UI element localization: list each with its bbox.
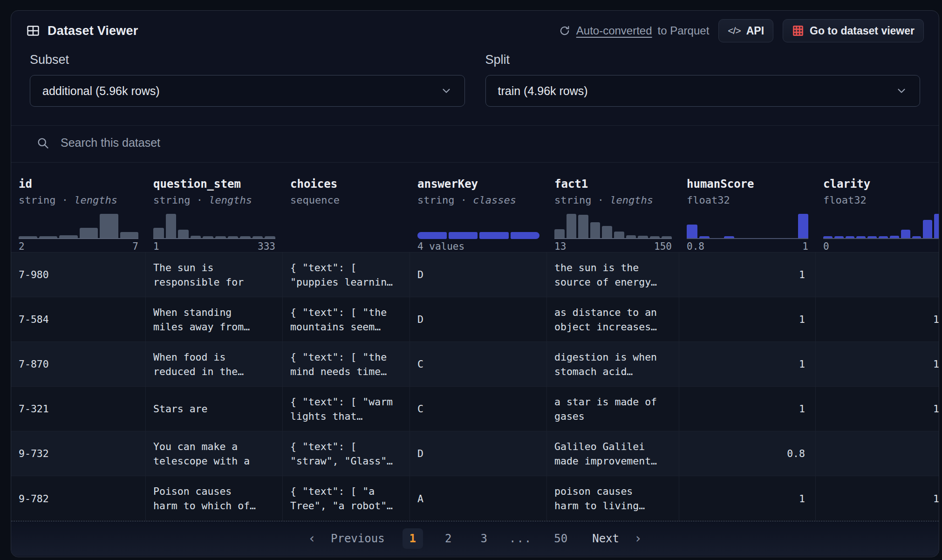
cell-human-score: 1 xyxy=(679,253,816,297)
cell-human-score: 0.8 xyxy=(679,431,816,476)
cell-human-score: 1 xyxy=(679,342,816,386)
cell-question-stem: Stars are xyxy=(146,387,283,431)
cell-question-stem: When food is reduced in the… xyxy=(146,342,283,386)
table-row: 7-584 When standing miles away from… { "… xyxy=(11,297,939,342)
cell-fact1: Galileo Galilei made improvement… xyxy=(547,431,679,476)
cell-choices: { "text": [ "a Tree", "a robot"… xyxy=(283,476,410,521)
histogram-clarity xyxy=(823,214,939,239)
histogram-question-stem xyxy=(153,214,275,239)
search-row xyxy=(11,125,939,162)
cell-clarity xyxy=(816,431,939,476)
cell-choices: { "text": [ "straw", "Glass"… xyxy=(283,431,410,476)
cell-question-stem: Poison causes harm to which of… xyxy=(146,476,283,521)
column-header-clarity: clarity float32 0 xyxy=(816,163,939,252)
search-input[interactable] xyxy=(61,136,387,150)
cell-fact1: the sun is the source of energy… xyxy=(547,253,679,297)
red-grid-icon xyxy=(792,25,804,37)
cell-id: 7-870 xyxy=(11,342,146,386)
parquet-text: to Parquet xyxy=(658,24,710,37)
table-header-row: id string · lengths 27 question_stem str… xyxy=(11,163,939,253)
cell-choices: { "text": [ "warm lights that… xyxy=(283,387,410,431)
page-number-50[interactable]: 50 xyxy=(547,528,574,549)
cell-human-score: 1 xyxy=(679,297,816,341)
cell-answer-key: A xyxy=(410,476,547,521)
cell-question-stem: When standing miles away from… xyxy=(146,297,283,341)
cell-fact1: a star is made of gases xyxy=(547,387,679,431)
histogram-max: 333 xyxy=(258,241,275,252)
histogram-max: 1 xyxy=(802,241,808,252)
cell-clarity: 1. xyxy=(816,476,939,521)
page-number-3[interactable]: 3 xyxy=(473,528,494,549)
class-count: 4 values xyxy=(417,241,464,252)
split-select-value: train (4.96k rows) xyxy=(498,84,588,98)
cell-id: 7-321 xyxy=(11,387,146,431)
cell-fact1: as distance to an object increases… xyxy=(547,297,679,341)
histogram-id xyxy=(19,214,138,239)
histogram-min: 0 xyxy=(823,241,829,252)
histogram-empty xyxy=(290,214,403,239)
cell-question-stem: You can make a telescope with a xyxy=(146,431,283,476)
cell-id: 9-782 xyxy=(11,476,146,521)
cell-id: 7-980 xyxy=(11,253,146,297)
table-row: 9-732 You can make a telescope with a { … xyxy=(11,431,939,476)
previous-button[interactable]: Previous xyxy=(325,528,390,549)
next-button[interactable]: Next xyxy=(587,528,625,549)
table-row: 9-782 Poison causes harm to which of… { … xyxy=(11,476,939,521)
previous-chevron-icon: ‹ xyxy=(308,533,316,544)
card-header: Dataset Viewer Auto-converted to Parquet… xyxy=(11,11,939,46)
cell-answer-key: D xyxy=(410,253,547,297)
subset-label: Subset xyxy=(30,53,465,67)
table-row: 7-321 Stars are { "text": [ "warm lights… xyxy=(11,387,939,431)
histogram-min: 2 xyxy=(19,241,25,252)
cell-clarity: 1. xyxy=(816,297,939,341)
table-row: 7-870 When food is reduced in the… { "te… xyxy=(11,342,939,387)
cell-fact1: poison causes harm to living… xyxy=(547,476,679,521)
chevron-down-icon xyxy=(895,85,908,97)
split-select[interactable]: train (4.96k rows) xyxy=(485,75,921,107)
histogram-min: 1 xyxy=(153,241,159,252)
cell-id: 7-584 xyxy=(11,297,146,341)
api-button[interactable]: </> API xyxy=(718,19,773,42)
cell-human-score: 1 xyxy=(679,476,816,521)
histogram-fact1 xyxy=(554,214,672,239)
column-header-question-stem: question_stem string · lengths 1333 xyxy=(146,163,283,252)
auto-converted-link[interactable]: Auto-converted xyxy=(576,24,652,37)
refresh-icon xyxy=(559,25,571,37)
column-header-human-score: humanScore float32 0.81 xyxy=(679,163,816,252)
cell-answer-key: D xyxy=(410,431,547,476)
table-grid-icon xyxy=(26,24,40,38)
column-header-id: id string · lengths 27 xyxy=(11,163,146,252)
table-row: 7-980 The sun is responsible for { "text… xyxy=(11,253,939,297)
dataset-viewer-card: Dataset Viewer Auto-converted to Parquet… xyxy=(11,10,939,557)
chevron-down-icon xyxy=(440,85,452,97)
search-icon xyxy=(36,137,49,150)
cell-choices: { "text": [ "the mountains seem… xyxy=(283,297,410,341)
go-to-dataset-viewer-button[interactable]: Go to dataset viewer xyxy=(783,19,924,42)
next-chevron-icon: › xyxy=(634,533,642,544)
page-number-1[interactable]: 1 xyxy=(403,528,423,549)
cell-clarity: 1. xyxy=(816,387,939,431)
subset-select[interactable]: additional (5.96k rows) xyxy=(30,75,465,107)
pagination: ‹ Previous 1 2 3 ... 50 Next › xyxy=(11,521,939,556)
histogram-max: 150 xyxy=(654,241,672,252)
cell-choices: { "text": [ "the mind needs time… xyxy=(283,342,410,386)
selectors-row: Subset additional (5.96k rows) Split tra… xyxy=(11,53,939,107)
page-number-2[interactable]: 2 xyxy=(438,528,458,549)
dataset-table: id string · lengths 27 question_stem str… xyxy=(11,162,939,521)
class-bar xyxy=(417,214,539,239)
histogram-min: 13 xyxy=(554,241,566,252)
split-label: Split xyxy=(485,53,921,67)
pages-ellipsis: ... xyxy=(509,532,532,545)
cell-answer-key: C xyxy=(410,387,547,431)
code-icon: </> xyxy=(728,25,740,36)
cell-question-stem: The sun is responsible for xyxy=(146,253,283,297)
cell-clarity: 1. xyxy=(816,342,939,386)
histogram-min: 0.8 xyxy=(687,241,704,252)
title-wrap: Dataset Viewer xyxy=(26,24,138,38)
cell-clarity xyxy=(816,253,939,297)
go-to-dataset-viewer-label: Go to dataset viewer xyxy=(810,25,915,37)
cell-choices: { "text": [ "puppies learnin… xyxy=(283,253,410,297)
histogram-max: 7 xyxy=(132,241,138,252)
auto-converted-note: Auto-converted to Parquet xyxy=(559,24,710,37)
column-header-answer-key: answerKey string · classes 4 values xyxy=(410,163,547,252)
